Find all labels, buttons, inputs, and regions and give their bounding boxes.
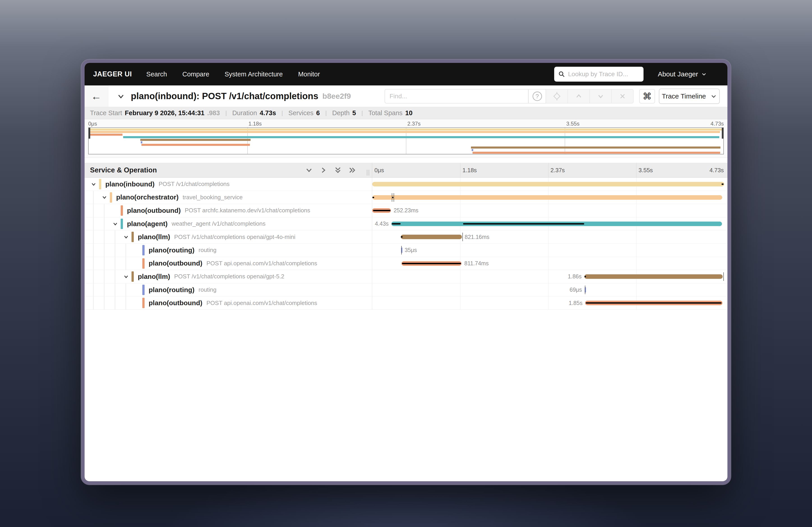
keyboard-shortcuts-button[interactable]: ⌘: [639, 89, 655, 104]
span-service-name[interactable]: plano(agent): [127, 220, 168, 228]
span-event-tick: [401, 246, 402, 255]
span-service-name[interactable]: plano(routing): [149, 246, 194, 254]
trace-title: plano(inbound): POST /v1/chat/completion…: [131, 91, 318, 101]
span-rows: plano(inbound)POST /v1/chat/completionsp…: [85, 178, 727, 310]
collapse-chevron-icon[interactable]: [123, 234, 129, 240]
timeline-gridline: [548, 297, 549, 310]
span-row[interactable]: plano(outbound)POST api.openai.com/v1/ch…: [85, 297, 727, 310]
focus-span-button[interactable]: [546, 89, 568, 104]
jaeger-logo[interactable]: JAEGER UI: [93, 70, 139, 78]
help-icon: ?: [533, 91, 542, 101]
focus-diamond-icon: [552, 92, 562, 101]
service-color-bar: [99, 179, 101, 189]
collapse-chevron-icon[interactable]: [101, 194, 107, 200]
span-row[interactable]: plano(llm)POST /v1/chat/completions open…: [85, 270, 727, 283]
span-bar[interactable]: [372, 195, 723, 200]
critical-path-segment: [392, 197, 393, 198]
span-bar[interactable]: [584, 274, 723, 279]
find-clear-button[interactable]: [612, 89, 634, 104]
trace-start-label: Trace Start: [90, 109, 122, 117]
minimap-tick: 4.73s: [710, 121, 724, 127]
service-color-bar: [142, 245, 145, 255]
span-row[interactable]: plano(agent)weather_agent /v1/chat/compl…: [85, 217, 727, 230]
nav-item-search[interactable]: Search: [139, 71, 175, 78]
span-event-tick: [394, 193, 394, 202]
trace-collapse-chevron[interactable]: [116, 92, 126, 101]
trace-id-lookup: [554, 67, 643, 81]
indent-guide: [104, 257, 104, 270]
timeline-gridline: [548, 270, 549, 283]
minimap-right-handle[interactable]: [722, 128, 723, 139]
expand-one-button[interactable]: [320, 166, 327, 174]
trace-id-input[interactable]: [568, 71, 639, 78]
collapse-all-button[interactable]: [334, 166, 342, 174]
find-help-button[interactable]: ?: [528, 89, 546, 104]
minimap-span-bar: [89, 134, 122, 136]
depth-label: Depth: [332, 109, 350, 117]
span-row[interactable]: plano(inbound)POST /v1/chat/completions: [85, 178, 727, 191]
span-service-name[interactable]: plano(outbound): [149, 259, 202, 267]
span-duration-label: 1.85s: [569, 297, 585, 310]
find-input[interactable]: [385, 89, 528, 104]
span-row[interactable]: plano(routing)routing69μs: [85, 283, 727, 297]
services-value: 6: [316, 109, 320, 117]
span-service-name[interactable]: plano(outbound): [149, 299, 202, 307]
back-button[interactable]: ←: [85, 86, 108, 107]
timeline-gridline: [548, 204, 549, 217]
span-row[interactable]: plano(outbound)POST archfc.katanemo.dev/…: [85, 204, 727, 217]
collapse-one-button[interactable]: [305, 166, 313, 174]
about-jaeger-menu[interactable]: About Jaeger: [658, 70, 707, 78]
span-row[interactable]: plano(outbound)POST api.openai.com/v1/ch…: [85, 257, 727, 270]
critical-path-segment: [402, 263, 461, 264]
critical-path-segment: [463, 223, 584, 225]
chevron-down-icon: [701, 72, 707, 77]
indent-guide: [93, 283, 93, 297]
nav-item-system-architecture[interactable]: System Architecture: [217, 71, 291, 78]
service-color-bar: [131, 271, 134, 282]
trace-id-badge: b8ee2f9: [322, 92, 351, 101]
find-next-button[interactable]: [590, 89, 612, 104]
timeline-gridline: [636, 163, 637, 177]
indent-guide: [104, 230, 104, 243]
span-event-tick: [585, 286, 585, 294]
service-operation-header: Service & Operation: [90, 166, 157, 174]
span-service-name[interactable]: plano(llm): [138, 273, 170, 281]
collapse-chevron-icon[interactable]: [123, 273, 129, 280]
nav-item-compare[interactable]: Compare: [175, 71, 217, 78]
timeline-gridline: [548, 163, 549, 177]
depth-value: 5: [352, 109, 356, 117]
ruler-tick: 3.55s: [639, 167, 653, 174]
collapse-chevron-icon[interactable]: [112, 221, 118, 227]
span-bar[interactable]: [401, 235, 462, 239]
minimap-left-handle[interactable]: [89, 128, 90, 139]
nav-item-monitor[interactable]: Monitor: [291, 71, 328, 78]
span-row[interactable]: plano(llm)POST /v1/chat/completions open…: [85, 230, 727, 244]
span-service-name[interactable]: plano(outbound): [127, 207, 181, 214]
view-selector-label: Trace Timeline: [662, 92, 706, 100]
span-service-name[interactable]: plano(inbound): [105, 180, 155, 188]
indent-guide: [93, 191, 93, 204]
span-bar[interactable]: [372, 182, 724, 186]
find-prev-button[interactable]: [568, 89, 590, 104]
total-spans-value: 10: [405, 109, 412, 117]
minimap-span-bar: [140, 139, 250, 141]
indent-guide: [115, 230, 115, 243]
span-service-name[interactable]: plano(routing): [149, 286, 194, 294]
column-resize-handle[interactable]: [367, 170, 369, 176]
span-duration-label: 252.23ms: [391, 204, 418, 217]
indent-guide: [104, 297, 104, 310]
indent-guide: [115, 244, 115, 257]
span-duration-label: 69μs: [569, 283, 585, 297]
span-duration-label: 811.74ms: [462, 257, 489, 270]
span-row[interactable]: plano(routing)routing35μs: [85, 244, 727, 257]
expand-all-button[interactable]: [348, 166, 356, 174]
span-service-name[interactable]: plano(orchestrator): [116, 193, 179, 201]
trace-view-selector[interactable]: Trace Timeline: [659, 89, 720, 104]
collapse-chevron-icon[interactable]: [90, 181, 97, 187]
command-icon: ⌘: [643, 91, 652, 102]
minimap-span-bar: [89, 131, 720, 133]
span-row[interactable]: plano(orchestrator)travel_booking_servic…: [85, 191, 727, 204]
span-service-name[interactable]: plano(llm): [138, 233, 170, 241]
close-icon: [619, 92, 626, 100]
minimap-canvas[interactable]: [88, 127, 724, 154]
